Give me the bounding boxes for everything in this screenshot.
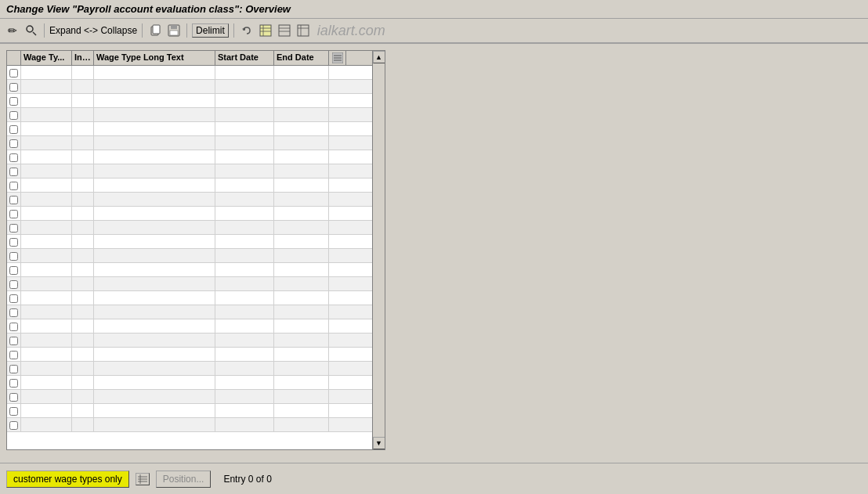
undo-icon[interactable] <box>239 23 255 38</box>
expand-collapse-btn[interactable]: Expand <-> Collapse <box>49 25 137 36</box>
customer-wage-button[interactable]: customer wage types only <box>6 471 129 488</box>
table-row[interactable] <box>7 221 385 235</box>
col-start-date: Start Date <box>215 51 274 65</box>
row-checkbox[interactable] <box>7 122 21 136</box>
table-cell <box>94 235 215 249</box>
scroll-up-btn[interactable]: ▲ <box>373 51 385 63</box>
vertical-scrollbar[interactable]: ▲ ▼ <box>372 51 385 449</box>
row-checkbox[interactable] <box>7 221 21 235</box>
table-cell <box>21 193 72 207</box>
table-row[interactable] <box>7 122 385 136</box>
row-checkbox[interactable] <box>7 277 21 291</box>
table-row[interactable] <box>7 207 385 221</box>
save-icon[interactable] <box>166 23 182 38</box>
table-cell <box>21 263 72 277</box>
table-cell <box>274 94 329 108</box>
table-row[interactable] <box>7 348 385 362</box>
row-checkbox[interactable] <box>7 404 21 418</box>
table-row[interactable] <box>7 235 385 249</box>
row-checkbox[interactable] <box>7 291 21 305</box>
copy-icon[interactable] <box>147 23 163 38</box>
row-checkbox[interactable] <box>7 164 21 178</box>
table-cell <box>215 376 274 390</box>
table-row[interactable] <box>7 334 385 348</box>
table-cell <box>215 221 274 235</box>
table-cell <box>274 235 329 249</box>
row-checkbox[interactable] <box>7 136 21 150</box>
table-cell <box>274 319 329 334</box>
table-cell <box>21 80 72 94</box>
table-cell <box>72 319 94 334</box>
table-row[interactable] <box>7 108 385 122</box>
row-checkbox[interactable] <box>7 348 21 362</box>
row-checkbox[interactable] <box>7 150 21 164</box>
table-cell <box>72 122 94 136</box>
table-row[interactable] <box>7 277 385 291</box>
table-row[interactable] <box>7 418 385 432</box>
table-row[interactable] <box>7 164 385 178</box>
table-cell <box>274 80 329 94</box>
table-row[interactable] <box>7 193 385 207</box>
table-cell <box>215 94 274 108</box>
table-row[interactable] <box>7 150 385 164</box>
row-checkbox[interactable] <box>7 305 21 319</box>
svg-rect-15 <box>298 25 309 36</box>
position-button[interactable]: Position... <box>156 471 212 488</box>
table-cell <box>274 348 329 362</box>
row-checkbox[interactable] <box>7 80 21 94</box>
table-cell <box>274 150 329 164</box>
row-checkbox[interactable] <box>7 94 21 108</box>
table-cell <box>21 235 72 249</box>
table-cell <box>72 390 94 404</box>
table-row[interactable] <box>7 66 385 80</box>
search-icon[interactable] <box>24 23 39 38</box>
table-cell <box>21 221 72 235</box>
table-row[interactable] <box>7 249 385 263</box>
table-view-icon-3[interactable] <box>295 23 311 38</box>
row-checkbox[interactable] <box>7 66 21 80</box>
table-row[interactable] <box>7 305 385 319</box>
position-icon[interactable] <box>136 473 150 485</box>
table-cell <box>274 404 329 418</box>
table-view-icon-1[interactable] <box>258 23 273 38</box>
row-checkbox[interactable] <box>7 263 21 277</box>
table-cell <box>72 235 94 249</box>
table-row[interactable] <box>7 404 385 418</box>
watermark-text: ialkart.com <box>317 23 385 39</box>
table-row[interactable] <box>7 136 385 150</box>
row-checkbox[interactable] <box>7 390 21 404</box>
pencil-icon[interactable]: ✏ <box>5 23 20 38</box>
row-checkbox[interactable] <box>7 334 21 348</box>
row-checkbox[interactable] <box>7 249 21 263</box>
row-checkbox[interactable] <box>7 376 21 390</box>
row-checkbox[interactable] <box>7 235 21 249</box>
row-checkbox[interactable] <box>7 418 21 432</box>
separator-4 <box>233 23 234 38</box>
row-checkbox[interactable] <box>7 178 21 193</box>
table-cell <box>21 164 72 178</box>
table-cell <box>215 108 274 122</box>
table-cell <box>274 263 329 277</box>
delimit-btn[interactable]: Delimit <box>192 23 229 38</box>
table-cell <box>72 348 94 362</box>
table-row[interactable] <box>7 263 385 277</box>
table-cell <box>215 319 274 334</box>
table-row[interactable] <box>7 362 385 376</box>
row-checkbox[interactable] <box>7 108 21 122</box>
table-row[interactable] <box>7 291 385 305</box>
table-row[interactable] <box>7 390 385 404</box>
row-checkbox[interactable] <box>7 319 21 334</box>
table-row[interactable] <box>7 80 385 94</box>
table-cell <box>72 150 94 164</box>
table-row[interactable] <box>7 376 385 390</box>
table-row[interactable] <box>7 94 385 108</box>
col-settings-icon[interactable] <box>329 51 346 65</box>
table-row[interactable] <box>7 178 385 193</box>
table-view-icon-2[interactable] <box>277 23 292 38</box>
scroll-down-btn[interactable]: ▼ <box>373 437 385 449</box>
table-cell <box>94 207 215 221</box>
row-checkbox[interactable] <box>7 193 21 207</box>
row-checkbox[interactable] <box>7 362 21 376</box>
row-checkbox[interactable] <box>7 207 21 221</box>
table-row[interactable] <box>7 319 385 334</box>
